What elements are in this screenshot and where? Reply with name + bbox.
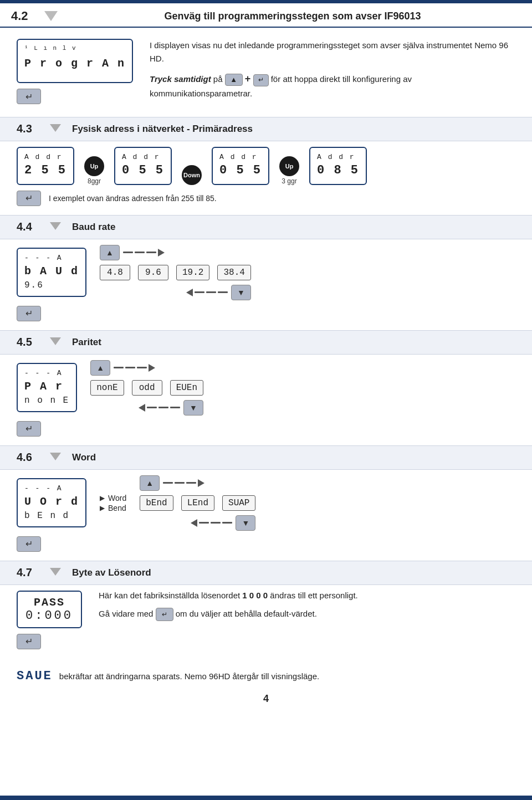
up-arrow-46[interactable]: ▲ xyxy=(140,475,160,491)
return-button-42[interactable]: ↵ xyxy=(17,89,41,104)
baud-val-384[interactable]: 38.4 xyxy=(217,265,250,280)
baud-val-96[interactable]: 9.6 xyxy=(138,265,168,280)
d46-l1: - - - A xyxy=(24,484,79,494)
enter-btn-inline: ↵ xyxy=(253,74,269,86)
word-val-bend[interactable]: bEnd xyxy=(140,495,173,511)
sec42-para1: I displayen visas nu det inledande progr… xyxy=(150,39,515,65)
display-43-3: A d d r 0 5 5 xyxy=(212,147,269,185)
arrow-down-43 xyxy=(50,124,61,132)
return-button-46[interactable]: ↵ xyxy=(17,536,41,552)
sec-title-45: Paritet xyxy=(72,337,101,348)
parity-none[interactable]: nonE xyxy=(90,380,124,396)
sec-title-44: Baud rate xyxy=(72,222,115,233)
parity-options: ▲ nonE odd EUEn ▼ xyxy=(90,360,203,416)
display-44: - - - A b A U d 9.6 xyxy=(17,248,86,297)
d44-l3: 9.6 xyxy=(24,279,79,291)
down-arrow-45[interactable]: ▼ xyxy=(183,400,203,416)
dash-arrow-right-44 xyxy=(123,249,165,257)
bend-label: Bend xyxy=(108,504,126,512)
sec-num-45: 4.5 xyxy=(17,336,44,348)
display-43-2: A d d r 0 5 5 xyxy=(114,147,172,185)
ggr-label-1: 8ggr xyxy=(88,177,101,185)
d44-l1: - - - A xyxy=(24,253,79,263)
code-1000: 1 0 0 0 xyxy=(242,591,268,600)
return-button-44[interactable]: ↵ xyxy=(17,306,41,321)
display-43-4: A d d r 0 8 5 xyxy=(309,147,367,185)
pass-line2: 0:000 xyxy=(25,609,73,623)
baud-val-192[interactable]: 19.2 xyxy=(176,265,209,280)
d43-1-l2: 2 5 5 xyxy=(24,162,66,180)
sec-num-47: 4.7 xyxy=(17,566,44,579)
baud-values: 4.8 9.6 19.2 38.4 xyxy=(100,265,251,280)
tryck-label: Tryck samtidigt xyxy=(150,74,211,84)
pass-display-block: PASS 0:000 ↵ xyxy=(17,591,82,649)
parity-even[interactable]: EUEn xyxy=(170,380,203,396)
d43-4-l2: 0 8 5 xyxy=(317,162,359,180)
section-divider-43: 4.3 Fysisk adress i nätverket - Primärad… xyxy=(0,117,532,141)
arrow-down-46 xyxy=(50,453,61,460)
up-group-2: Up 3 ggr xyxy=(279,156,299,185)
d43-4-l1: A d d r xyxy=(317,152,359,162)
return-button-45[interactable]: ↵ xyxy=(17,421,41,437)
d45-l2: P A r xyxy=(24,379,69,394)
footer-page-number: 4 xyxy=(0,689,532,714)
d46-l2: U O r d xyxy=(24,494,79,510)
word-option-labels: ▶ Word ▶ Bend xyxy=(100,494,126,512)
parity-values: nonE odd EUEn xyxy=(90,380,203,396)
up-arrow-44[interactable]: ▲ xyxy=(100,245,120,260)
display-45: - - - A P A r n o n E xyxy=(17,363,77,412)
sec-num-43: 4.3 xyxy=(17,122,44,135)
down-circle[interactable]: Down xyxy=(182,165,202,185)
down-group: Down xyxy=(182,165,202,185)
up-group-1: Up 8ggr xyxy=(84,156,104,185)
sec-title-46: Word xyxy=(72,452,96,463)
return-button-43[interactable]: ↵ xyxy=(17,191,41,206)
parity-odd[interactable]: odd xyxy=(132,380,162,396)
return-button-47[interactable]: ↵ xyxy=(17,634,41,649)
tryck-row: Tryck samtidigt på ▲ + ↵ för att hoppa d… xyxy=(150,71,515,106)
section-title-42: Genväg till programmeringsstegen som avs… xyxy=(64,11,521,22)
d43-1-l1: A d d r xyxy=(24,152,66,162)
d44-l2: b A U d xyxy=(24,264,79,279)
up-circle-1[interactable]: Up xyxy=(84,156,104,176)
plus-symbol: + xyxy=(245,73,251,84)
save-label: SAUE xyxy=(17,669,53,683)
section-43-content: A d d r 2 5 5 Up 8ggr A d d r 0 5 5 Down… xyxy=(0,141,532,215)
arrow-down-44 xyxy=(50,222,61,230)
dash-arrow-left-46 xyxy=(191,519,232,527)
word-options: ▲ bEnd LEnd SUAP ▼ xyxy=(140,475,255,531)
dash-arrow-left-45 xyxy=(139,404,180,412)
section-42-text: I displayen visas nu det inledande progr… xyxy=(150,39,515,106)
baud-options: ▲ 4.8 9.6 19.2 38.4 ▼ xyxy=(100,245,251,300)
pass-line1: PASS xyxy=(25,596,73,609)
down-arrow-46[interactable]: ▼ xyxy=(236,515,255,531)
sec47-para2: Gå vidare med ↵ om du väljer att behålla… xyxy=(99,608,515,621)
word-option-bend: ▶ Bend xyxy=(100,504,126,512)
sec-num-46: 4.6 xyxy=(17,451,44,464)
section-divider-46: 4.6 Word xyxy=(0,445,532,470)
d45-l1: - - - A xyxy=(24,368,69,378)
d43-3-l1: A d d r xyxy=(219,152,262,162)
up-circle-2[interactable]: Up xyxy=(279,156,299,176)
down-arrow-44[interactable]: ▼ xyxy=(231,285,251,300)
bullet-arrow-word: ▶ xyxy=(100,494,105,502)
word-values: bEnd LEnd SUAP xyxy=(140,495,255,511)
d43-3-l2: 0 5 5 xyxy=(219,162,262,180)
ggr-label-2: 3 ggr xyxy=(282,177,296,185)
sec47-text-block: Här kan det fabriksinställda lösenordet … xyxy=(99,591,515,621)
section-44-content: - - - A b A U d 9.6 ▲ 4.8 9.6 19.2 38.4 xyxy=(0,239,532,330)
word-val-lend[interactable]: LEnd xyxy=(181,495,214,511)
down-arrow-42 xyxy=(44,11,58,21)
word-val-suap[interactable]: SUAP xyxy=(222,495,255,511)
up-btn-inline: ▲ xyxy=(225,74,243,86)
display-42-line2: P r o g r A n xyxy=(24,56,125,71)
save-row: SAUE bekräftar att ändringarna sparats. … xyxy=(0,658,532,689)
baud-val-48[interactable]: 4.8 xyxy=(100,265,130,280)
dash-arrow-right-45 xyxy=(114,364,155,372)
d45-l3: n o n E xyxy=(24,394,69,407)
section-divider-47: 4.7 Byte av Lösenord xyxy=(0,561,532,585)
example-text-43: I exemplet ovan ändras adressen från 255… xyxy=(49,194,217,203)
section-47-content: PASS 0:000 ↵ Här kan det fabriksinställd… xyxy=(0,585,532,658)
word-option-word: ▶ Word xyxy=(100,494,126,502)
up-arrow-45[interactable]: ▲ xyxy=(90,360,110,376)
